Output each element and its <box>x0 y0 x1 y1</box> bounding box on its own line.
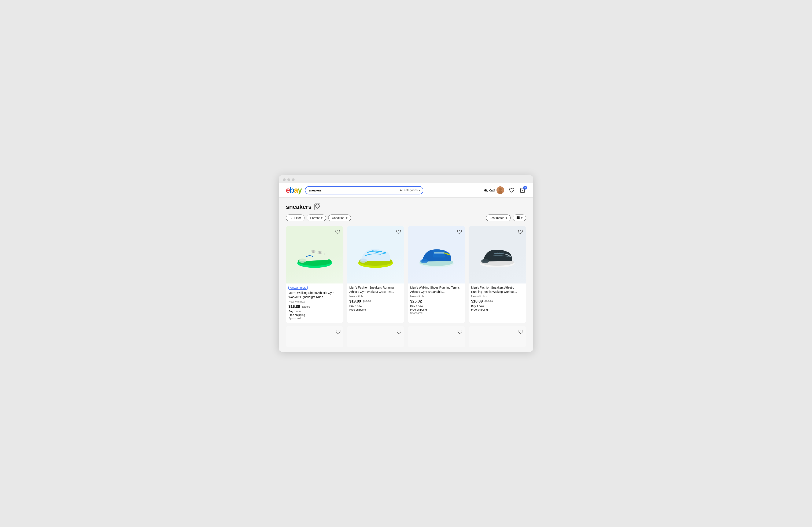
heart-icon <box>396 329 401 334</box>
sort-dropdown-button[interactable]: Best match ▾ <box>486 215 511 221</box>
price-row-4: $18.89 $26.19 <box>471 299 524 303</box>
browser-chrome <box>279 175 533 183</box>
product-title-4: Men's Fashion Sneakers Athletic Running … <box>471 286 524 294</box>
product-card-1[interactable]: GREAT PRICE Men's Walking Shoes Athletic… <box>286 226 344 323</box>
svg-rect-8 <box>518 216 520 218</box>
cart-button[interactable]: 9 <box>519 187 526 194</box>
greeting-text: Hi, Kat! <box>484 186 504 194</box>
header-actions: Hi, Kat! <box>484 186 526 194</box>
heart-icon <box>518 229 523 234</box>
format-dropdown-button[interactable]: Format ▾ <box>307 215 326 221</box>
product-card-row2-2[interactable] <box>347 326 404 347</box>
product-card-row2-3[interactable] <box>408 326 465 347</box>
product-info-3: Men's Walking Shoes Running Tennis Athle… <box>408 284 465 317</box>
product-title-2: Men's Fashion Sneakers Running Athletic … <box>349 286 402 294</box>
product-card-row2-4[interactable] <box>468 326 526 347</box>
search-title-row: sneakers <box>286 203 526 210</box>
sponsored-3: Sponsored <box>410 312 463 315</box>
price-current-2: $19.89 <box>349 299 361 303</box>
buy-it-now-1: Buy it now <box>288 310 341 313</box>
great-price-badge: GREAT PRICE <box>288 286 308 290</box>
buy-it-now-4: Buy it now <box>471 304 524 308</box>
filter-row: Filter Format ▾ Condition ▾ Best match ▾ <box>286 215 526 221</box>
header: e b a y All categories ▾ Hi, Kat! <box>279 183 533 198</box>
svg-point-33 <box>501 252 502 252</box>
svg-point-35 <box>481 259 489 263</box>
svg-point-21 <box>360 258 367 263</box>
wishlist-button-1[interactable] <box>334 228 341 236</box>
svg-point-1 <box>499 188 502 191</box>
browser-dot-green <box>292 179 294 181</box>
product-condition-2: New with box <box>349 295 402 298</box>
product-grid-row2 <box>286 326 526 347</box>
wishlist-button-4[interactable] <box>517 228 524 236</box>
browser-dot-red <box>283 179 286 181</box>
wishlist-button-2[interactable] <box>395 228 402 236</box>
product-grid: GREAT PRICE Men's Walking Shoes Athletic… <box>286 226 526 323</box>
search-input[interactable] <box>305 187 397 194</box>
main-content: sneakers Filter <box>279 198 533 352</box>
svg-point-34 <box>503 252 504 253</box>
logo-b: b <box>290 186 294 194</box>
product-card-3[interactable]: Men's Walking Shoes Running Tennis Athle… <box>408 226 465 323</box>
price-original-1: $22.52 <box>302 305 310 308</box>
condition-dropdown-button[interactable]: Condition ▾ <box>328 215 351 221</box>
save-search-button[interactable] <box>315 203 320 210</box>
avatar-image <box>496 186 504 194</box>
svg-point-32 <box>499 252 500 253</box>
sneaker-image-4 <box>476 238 519 272</box>
heart-icon <box>457 329 462 334</box>
wishlist-button-3[interactable] <box>456 228 463 236</box>
filter-button[interactable]: Filter <box>286 215 304 221</box>
buy-it-now-2: Buy it now <box>349 304 402 308</box>
heart-outline-icon <box>315 204 320 209</box>
ebay-logo[interactable]: e b a y <box>286 186 302 194</box>
sort-row: Best match ▾ ▾ <box>486 215 526 221</box>
product-title-1: Men's Walking Shoes Athletic Gym Workout… <box>288 291 341 299</box>
product-info-1: GREAT PRICE Men's Walking Shoes Athletic… <box>286 284 344 323</box>
chevron-down-icon: ▾ <box>521 216 523 219</box>
product-condition-1: New with box <box>288 300 341 303</box>
price-original-4: $26.19 <box>484 300 493 303</box>
category-label: All categories <box>400 188 418 192</box>
product-title-3: Men's Walking Shoes Running Tennis Athle… <box>410 286 463 294</box>
price-current-1: $16.89 <box>288 304 300 309</box>
avatar <box>496 186 504 194</box>
buy-it-now-3: Buy it now <box>410 304 463 308</box>
wishlist-header-button[interactable] <box>508 187 515 194</box>
logo-a: a <box>294 186 298 194</box>
svg-rect-9 <box>517 218 518 219</box>
filter-icon <box>289 216 293 219</box>
price-row-2: $19.89 $26.52 <box>349 299 402 303</box>
product-card-2[interactable]: Men's Fashion Sneakers Running Athletic … <box>347 226 404 323</box>
logo-e: e <box>286 186 290 194</box>
wishlist-button-r2-4[interactable] <box>517 328 524 336</box>
price-row-1: $16.89 $22.52 <box>288 304 341 309</box>
free-shipping-2: Free shipping <box>349 308 402 311</box>
wishlist-button-r2-2[interactable] <box>395 328 402 336</box>
search-bar: All categories ▾ <box>305 186 423 195</box>
free-shipping-3: Free shipping <box>410 308 463 311</box>
grid-view-button[interactable]: ▾ <box>513 215 526 221</box>
sponsored-1: Sponsored <box>288 317 341 320</box>
product-image-2 <box>347 226 404 284</box>
heart-icon <box>518 329 523 334</box>
wishlist-button-r2-1[interactable] <box>335 328 341 336</box>
search-title: sneakers <box>286 203 311 210</box>
category-dropdown[interactable]: All categories ▾ <box>397 188 423 192</box>
free-shipping-4: Free shipping <box>471 308 524 311</box>
browser-dot-yellow <box>287 179 290 181</box>
heart-icon <box>509 187 514 193</box>
product-card-4[interactable]: Men's Fashion Sneakers Athletic Running … <box>468 226 526 323</box>
wishlist-button-r2-3[interactable] <box>456 328 463 336</box>
chevron-down-icon: ▾ <box>346 216 347 219</box>
page-content: e b a y All categories ▾ Hi, Kat! <box>279 183 533 352</box>
heart-icon <box>457 229 462 234</box>
price-current-3: $25.32 <box>410 299 422 303</box>
free-shipping-1: Free shipping <box>288 313 341 316</box>
grid-icon <box>517 216 520 219</box>
chevron-down-icon: ▾ <box>419 189 420 191</box>
svg-point-31 <box>497 252 498 253</box>
product-card-row2-1[interactable] <box>286 326 344 347</box>
logo-y: y <box>298 186 302 194</box>
